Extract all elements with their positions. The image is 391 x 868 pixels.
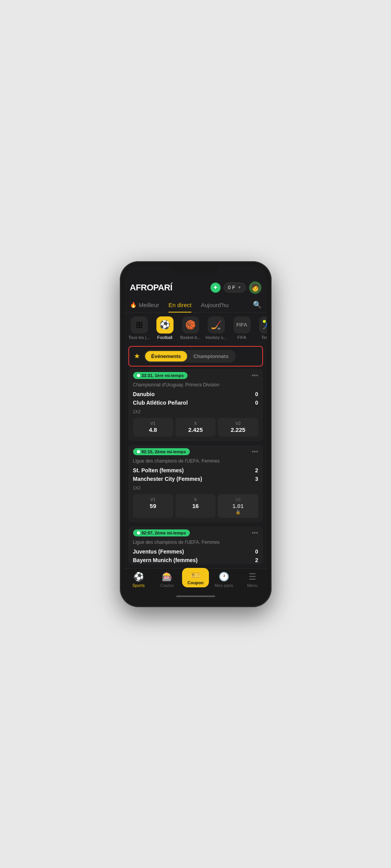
home-bar (176, 596, 215, 597)
nav-coupon[interactable]: 🎫 Coupon (181, 572, 210, 588)
sports-icon: ⚽ (133, 572, 144, 582)
football-icon: ⚽ (156, 316, 174, 334)
match-teams-1: Danubio 0 Club Atlético Peñarol 0 (128, 390, 263, 407)
hockey-icon: 🏒 (208, 316, 225, 334)
fifa-icon: FIFA (233, 316, 251, 334)
tennis-icon: 🎾 (259, 316, 267, 334)
odd-v1-2[interactable]: V1 59 (133, 494, 173, 518)
match-league-1: Championnat d'Uruguay. Primera Division (128, 382, 263, 390)
header-right: + 0 F ▼ 🧑 (210, 281, 261, 294)
nav-menu[interactable]: ☰ Menu (238, 572, 267, 588)
match-league-3: Ligue des champions de l'UEFA. Femmes (128, 540, 263, 547)
odd-v2-1[interactable]: V2 2.225 (218, 418, 258, 437)
match-header-3: 92:07, 2ème mi-temps ••• (128, 526, 263, 540)
avatar[interactable]: 🧑 (249, 281, 261, 294)
sport-cat-football[interactable]: ⚽ Football (153, 316, 177, 340)
coupon-icon: 🎫 (191, 570, 200, 580)
home-bar-area (124, 592, 267, 603)
sport-cat-fifa[interactable]: FIFA FIFA (230, 316, 254, 340)
coupon-button[interactable]: 🎫 Coupon (182, 568, 209, 587)
match-card-1: 33:31, 1ère mi-temps ••• Championnat d'U… (128, 369, 263, 441)
sport-cat-tennis[interactable]: 🎾 Tennis (256, 316, 267, 340)
match-odds-1: V1 4.8 X 2.425 V2 2.225 (128, 416, 263, 441)
match-type-2: 1X2 (128, 483, 263, 492)
filter-evenements[interactable]: Événements (145, 351, 188, 362)
live-indicator-2 (137, 450, 140, 453)
match-header-1: 33:31, 1ère mi-temps ••• (128, 369, 263, 382)
match-card-2: 92:15, 2ème mi-temps ••• Ligue des champ… (128, 445, 263, 522)
sport-cat-hockey[interactable]: 🏒 Hockey s... (205, 316, 228, 340)
sport-cat-all[interactable]: ⊞ Tous les j... (128, 316, 151, 340)
odd-x-1[interactable]: X 2.425 (175, 418, 216, 437)
search-icon[interactable]: 🔍 (253, 300, 261, 309)
tab-meilleur[interactable]: 🔥 Meilleur (130, 298, 160, 312)
all-sports-icon: ⊞ (131, 316, 148, 334)
match-team-2-home: St. Polten (femmes) 2 (133, 466, 258, 475)
phone-screen: AFROPARÍ + 0 F ▼ 🧑 🔥 Meilleur (124, 266, 267, 603)
my-bets-icon: 🕐 (219, 572, 229, 582)
nav-mes-paris[interactable]: 🕐 Mes paris (210, 572, 238, 588)
matches-list: 33:31, 1ère mi-temps ••• Championnat d'U… (124, 369, 267, 564)
match-more-1[interactable]: ••• (252, 372, 258, 379)
phone-notch (172, 266, 219, 275)
favorites-star-button[interactable]: ★ (134, 352, 140, 360)
match-team-2-away: Manchester City (Femmes) 3 (133, 475, 258, 483)
tab-aujourdhui[interactable]: Aujourd'hu (201, 298, 228, 312)
match-status-3: 92:07, 2ème mi-temps (133, 529, 190, 536)
basketball-icon: 🏀 (182, 316, 199, 334)
match-team-3-home: Juventus (Femmes) 0 (133, 547, 258, 556)
sport-cat-basketball[interactable]: 🏀 Basket-b... (179, 316, 202, 340)
match-team-1-away: Club Atlético Peñarol 0 (133, 398, 258, 407)
live-indicator-1 (137, 374, 140, 377)
match-odds-2: V1 59 X 16 V2 1.01 🔒 (128, 492, 263, 522)
match-teams-3: Juventus (Femmes) 0 Bayern Munich (femme… (128, 547, 263, 564)
sport-categories: ⊞ Tous les j... ⚽ Football 🏀 Basket-b...… (124, 313, 267, 344)
live-indicator-3 (137, 531, 140, 534)
tab-en-direct[interactable]: En direct (168, 298, 191, 312)
app-logo: AFROPARÍ (130, 283, 172, 293)
match-header-2: 92:15, 2ème mi-temps ••• (128, 445, 263, 458)
main-nav: 🔥 Meilleur En direct Aujourd'hu 🔍 (124, 298, 267, 313)
match-team-3-away: Bayern Munich (femmes) 2 (133, 556, 258, 564)
match-status-2: 92:15, 2ème mi-temps (133, 448, 190, 455)
match-more-3[interactable]: ••• (252, 529, 258, 536)
lock-icon: 🔒 (220, 510, 256, 515)
app-header: AFROPARÍ + 0 F ▼ 🧑 (124, 278, 267, 298)
menu-icon: ☰ (249, 572, 256, 582)
match-league-2: Ligue des champions de l'UEFA. Femmes (128, 458, 263, 466)
match-card-3: 92:07, 2ème mi-temps ••• Ligue des champ… (128, 526, 263, 564)
phone-frame: AFROPARÍ + 0 F ▼ 🧑 🔥 Meilleur (120, 261, 272, 607)
odd-x-2[interactable]: X 16 (175, 494, 216, 518)
nav-casino[interactable]: 🎰 Casino (153, 572, 181, 588)
balance-display[interactable]: 0 F ▼ (224, 283, 246, 292)
filter-championnats[interactable]: Championnats (187, 351, 235, 362)
odd-v1-1[interactable]: V1 4.8 (133, 418, 173, 437)
filter-pills: Événements Championnats (144, 350, 236, 363)
match-team-1-home: Danubio 0 (133, 390, 258, 398)
add-funds-button[interactable]: + (210, 283, 221, 293)
match-type-1: 1X2 (128, 407, 263, 416)
bottom-nav: ⚽ Sports 🎰 Casino 🎫 Coupon 🕐 Mes paris (124, 568, 267, 592)
casino-icon: 🎰 (162, 572, 172, 582)
match-status-1: 33:31, 1ère mi-temps (133, 372, 188, 379)
screen-content: AFROPARÍ + 0 F ▼ 🧑 🔥 Meilleur (124, 266, 267, 603)
fire-icon: 🔥 (130, 302, 137, 308)
filter-bar: ★ Événements Championnats (128, 346, 263, 367)
nav-sports[interactable]: ⚽ Sports (124, 572, 153, 588)
odd-v2-2-locked: V2 1.01 🔒 (218, 494, 258, 518)
match-more-2[interactable]: ••• (252, 448, 258, 455)
match-teams-2: St. Polten (femmes) 2 Manchester City (F… (128, 466, 263, 483)
balance-dropdown-icon: ▼ (238, 285, 242, 290)
